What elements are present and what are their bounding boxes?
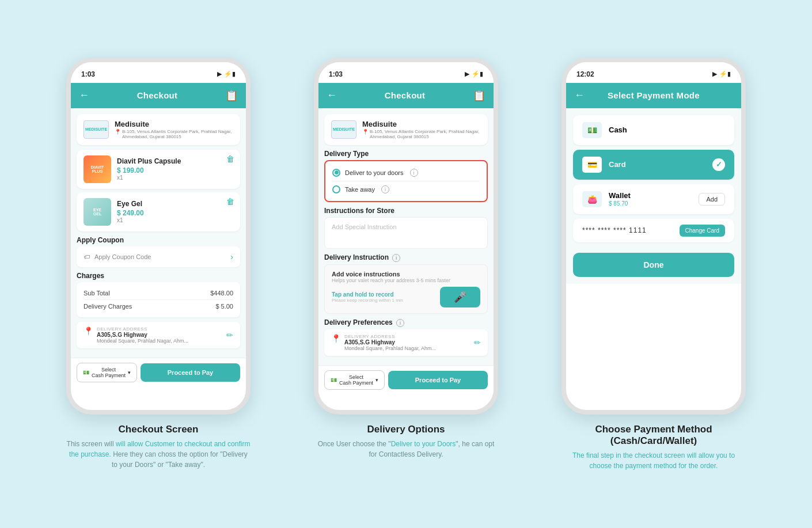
- product-name-1: Diavit Plus Capsule: [117, 157, 181, 165]
- phone-2-time: 1:03: [329, 70, 343, 78]
- voice-sub: Helps your valet reach your address 3-5 …: [332, 278, 480, 283]
- voice-card: Add voice instructions Helps your valet …: [324, 264, 488, 314]
- delivery-bar-left-1: 📍 DELIVERY ADDRESS A305,S.G Highway Mond…: [84, 326, 188, 344]
- payment-card-row[interactable]: 💳 Card ✓: [573, 150, 734, 180]
- instructions-label: Instructions for Store: [324, 207, 488, 215]
- payment-header: ← Select Payment Mode: [566, 83, 741, 108]
- pin-icon-2: 📍: [362, 129, 369, 135]
- store-name-2: Medisuite: [362, 120, 481, 128]
- charge-subtotal: Sub Total $448.00: [84, 287, 233, 300]
- store-card-2: MEDISUITE Medisuite 📍 B-105, Venus Atlan…: [324, 114, 488, 145]
- caption-title-1: Checkout Screen: [66, 424, 251, 435]
- caption-desc-2: Once User choose the "Deliver to your Do…: [314, 439, 498, 459]
- caption-1: Checkout Screen This screen will will al…: [66, 424, 251, 470]
- done-button[interactable]: Done: [573, 253, 734, 277]
- screen-2-column: 1:03 ▶ ⚡▮ ← Checkout 📋 MEDISUITE: [294, 58, 518, 459]
- payment-select-button-1[interactable]: 💵 SelectCash Payment ▾: [77, 363, 137, 382]
- phone-1-frame: 1:03 ▶ ⚡▮ ← Checkout 📋 MEDISUITE: [66, 58, 251, 415]
- delivery-address-label-1: DELIVERY ADDRESS: [97, 326, 188, 332]
- battery-icon-3: ⚡▮: [719, 70, 731, 78]
- mic-button[interactable]: 🎤: [440, 287, 480, 307]
- card-number-text: **** **** **** 1111: [582, 226, 647, 234]
- coupon-row[interactable]: 🏷 Apply Coupon Code ›: [77, 246, 240, 267]
- payment-wallet-row[interactable]: 👛 Wallet $ 85.70 Add: [573, 184, 734, 214]
- cash-icon-1: 💵: [83, 370, 89, 375]
- product-card-2: EYEGEL Eye Gel $ 249.00 x1 🗑: [77, 192, 240, 231]
- payment-chevron-2: ▾: [375, 377, 378, 383]
- proceed-pay-button-2[interactable]: Proceed to Pay: [388, 371, 488, 389]
- charges-label: Charges: [77, 272, 240, 280]
- back-button-3[interactable]: ←: [574, 89, 585, 101]
- phone-3-icons: ▶ ⚡▮: [712, 70, 731, 78]
- cash-label: Cash: [609, 126, 627, 134]
- delivery-charge-label: Delivery Charges: [84, 303, 132, 310]
- deliver-doors-label: Deliver to your doors: [345, 169, 404, 176]
- product-img-1: DIAVITPLUS: [84, 155, 111, 183]
- checkout-title-1: Checkout: [137, 90, 178, 100]
- delivery-edit-icon-1[interactable]: ✏: [226, 331, 233, 340]
- payment-title: Select Payment Mode: [608, 90, 700, 100]
- delivery-addr-info-2: DELIVERY ADDRESS A305,S.G Highway Mondea…: [344, 334, 436, 351]
- change-card-button[interactable]: Change Card: [680, 225, 725, 237]
- proceed-pay-button-1[interactable]: Proceed to Pay: [141, 363, 240, 382]
- delivery-pin-icon-1: 📍: [84, 326, 93, 336]
- delivery-bar-left-2: 📍 DELIVERY ADDRESS A305,S.G Highway Mond…: [331, 334, 436, 351]
- wallet-balance: $ 85.70: [609, 200, 631, 207]
- page-container: 1:03 ▶ ⚡▮ ← Checkout 📋 MEDISUITE: [12, 58, 800, 471]
- back-button-2[interactable]: ←: [327, 89, 337, 101]
- coupon-placeholder: Apply Coupon Code: [94, 253, 151, 260]
- store-name-1: Medisuite: [115, 120, 233, 128]
- take-away-label: Take away: [345, 186, 375, 193]
- phone-3-time: 12:02: [576, 70, 594, 78]
- delivery-bar-2: 📍 DELIVERY ADDRESS A305,S.G Highway Mond…: [324, 329, 488, 356]
- store-addr-2: 📍 B-105, Venus Atlantis Corporate Park, …: [362, 129, 481, 139]
- payment-wallet-left: 👛 Wallet $ 85.70: [582, 191, 631, 207]
- radio-empty-icon: [332, 185, 340, 193]
- apply-coupon-section-label: Apply Coupon: [77, 236, 240, 244]
- clipboard-icon-1[interactable]: 📋: [225, 89, 238, 102]
- delivery-charge-value: $ 5.00: [215, 303, 233, 310]
- delivery-addr-line1-1: A305,S.G Highway: [97, 332, 188, 338]
- wallet-add-button[interactable]: Add: [699, 193, 725, 206]
- product-price-2: $ 249.00: [117, 209, 144, 217]
- subtotal-label: Sub Total: [84, 290, 110, 297]
- product-price-1: $ 199.00: [117, 166, 181, 174]
- payment-select-button-2[interactable]: 💵 SelectCash Payment ▾: [324, 370, 385, 390]
- clipboard-icon-2[interactable]: 📋: [473, 89, 485, 102]
- product-name-2: Eye Gel: [117, 200, 144, 208]
- instruction-box[interactable]: Add Special Instruction: [324, 217, 488, 249]
- subtotal-value: $448.00: [210, 290, 233, 297]
- store-logo-1: MEDISUITE: [84, 120, 109, 139]
- delivery-options-box: Deliver to your doors i Take away i: [324, 160, 488, 202]
- checkout-body-1: MEDISUITE Medisuite 📍 B-105, Venus Atlan…: [71, 108, 246, 358]
- tap-hold-area: Tap and hold to record Please keep recor…: [332, 291, 403, 303]
- card-icon-box: 💳: [582, 157, 602, 173]
- mic-icon: 🎤: [454, 291, 466, 303]
- phone-1-time: 1:03: [81, 70, 95, 78]
- caption-3: Choose Payment Method (Cash/Card/Wallet)…: [561, 424, 746, 471]
- back-button-1[interactable]: ←: [79, 89, 89, 101]
- product-qty-1: x1: [117, 174, 181, 181]
- radio-take-away[interactable]: Take away i: [332, 183, 480, 196]
- cash-icon-box: 💵: [582, 122, 602, 138]
- voice-row: Tap and hold to record Please keep recor…: [332, 287, 480, 307]
- store-info-2: Medisuite 📍 B-105, Venus Atlantis Corpor…: [362, 120, 481, 139]
- caption-desc-1: This screen will will allow Customer to …: [66, 439, 251, 470]
- delivery-edit-icon-2[interactable]: ✏: [474, 338, 481, 347]
- product-info-1: Diavit Plus Capsule $ 199.00 x1: [117, 157, 181, 181]
- delete-icon-2[interactable]: 🗑: [226, 197, 234, 206]
- product-img-2: EYEGEL: [84, 198, 111, 226]
- screen-3-column: 12:02 ▶ ⚡▮ ← Select Payment Mode 💵 Cash: [541, 58, 766, 471]
- checkout-body-2: MEDISUITE Medisuite 📍 B-105, Venus Atlan…: [318, 108, 494, 365]
- takeaway-info-icon: i: [381, 185, 389, 193]
- radio-deliver-doors[interactable]: Deliver to your doors i: [332, 166, 480, 180]
- charge-delivery: Delivery Charges $ 5.00: [84, 300, 233, 313]
- wallet-icon-box: 👛: [582, 191, 602, 207]
- delivery-pin-icon-2: 📍: [331, 334, 341, 343]
- delete-icon-1[interactable]: 🗑: [226, 154, 234, 164]
- phone-2-notch: 1:03 ▶ ⚡▮: [318, 62, 494, 83]
- payment-btn-label-2: SelectCash Payment: [339, 374, 373, 386]
- delivery-addr-line2-1: Mondeal Square, Prahlad Nagar, Ahm...: [97, 338, 188, 344]
- store-card-1: MEDISUITE Medisuite 📍 B-105, Venus Atlan…: [77, 114, 240, 145]
- payment-cash-row[interactable]: 💵 Cash: [573, 115, 734, 145]
